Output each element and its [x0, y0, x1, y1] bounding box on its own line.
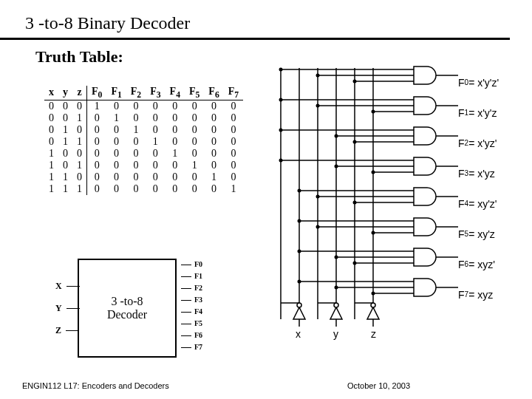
gate-output-label: F0 = x'y'z'	[458, 67, 499, 98]
svg-point-66	[353, 262, 357, 265]
truth-table-header-row: xyzF0F1F2F3F4F5F6F7	[44, 86, 243, 100]
truth-table-header: x	[44, 86, 58, 100]
truth-table-header: y	[58, 86, 72, 100]
svg-point-22	[316, 74, 320, 78]
gate-output-label: F7 = xyz	[458, 279, 499, 310]
block-output: F5	[181, 318, 202, 330]
table-row: 10000001000	[44, 148, 243, 160]
gate-output-label: F4 = xy'z'	[458, 188, 499, 219]
gate-output-label: F2 = x'yz'	[458, 128, 499, 158]
svg-point-7	[297, 303, 301, 307]
block-output: F1	[181, 270, 202, 282]
svg-point-71	[335, 286, 338, 290]
truth-table-header: F6	[204, 86, 223, 100]
svg-point-11	[334, 303, 338, 307]
svg-point-34	[279, 129, 283, 132]
svg-point-55	[298, 219, 301, 223]
decoder-block-inputs: XYZ	[55, 275, 80, 341]
truth-table-body: 0001000000000101000000010001000000110001…	[44, 100, 243, 195]
table-row: 00101000000	[44, 112, 243, 124]
input-y: y	[333, 328, 338, 340]
decoder-block-label: 3 -to-8 Decoder	[107, 295, 147, 321]
truth-table-header: F1	[106, 86, 126, 100]
table-row: 01100010000	[44, 136, 243, 148]
table-row: 10100000100	[44, 160, 243, 171]
svg-point-59	[372, 231, 375, 235]
block-output: F2	[181, 282, 202, 294]
block-input: Y	[55, 297, 80, 319]
table-row: 01000100000	[44, 124, 243, 136]
svg-point-57	[316, 225, 320, 229]
block-output: F6	[181, 330, 202, 341]
block-output: F7	[181, 341, 202, 353]
truth-table-header: F7	[224, 86, 243, 100]
gate-output-label: F6 = xyz'	[458, 249, 499, 279]
gate-output-labels: F0 = x'y'z'F1 = x'y'zF2 = x'yz'F3 = x'yz…	[458, 67, 499, 310]
svg-marker-6	[293, 307, 305, 319]
svg-point-20	[279, 68, 283, 72]
gate-output-label: F3 = x'yz	[458, 158, 499, 188]
svg-point-41	[279, 159, 283, 163]
circuit-input-labels: x y z	[296, 328, 376, 340]
svg-point-15	[371, 303, 375, 307]
block-output: F3	[181, 294, 202, 306]
block-input: Z	[55, 319, 80, 341]
truth-table-header: F2	[126, 86, 146, 100]
footer-right: October 10, 2003	[347, 381, 410, 390]
table-row: 11000000010	[44, 171, 243, 183]
svg-point-69	[298, 280, 301, 284]
decoder-block: 3 -to-8 Decoder	[78, 259, 177, 358]
svg-marker-14	[367, 307, 379, 319]
svg-point-48	[298, 189, 301, 193]
block-input: X	[55, 275, 80, 297]
svg-point-31	[372, 110, 375, 114]
truth-table-header: z	[72, 86, 87, 100]
svg-point-43	[335, 165, 338, 168]
gate-output-label: F5 = xy'z	[458, 219, 499, 249]
svg-point-29	[316, 104, 320, 108]
footer-left: ENGIN112 L17: Encoders and Decoders	[22, 381, 169, 390]
svg-point-52	[353, 201, 357, 205]
gate-output-label: F1 = x'y'z	[458, 98, 499, 128]
block-output: F0	[181, 259, 202, 270]
svg-point-45	[372, 171, 375, 174]
truth-table-header: F4	[166, 86, 185, 100]
input-z: z	[371, 328, 376, 340]
truth-table-header: F3	[146, 86, 165, 100]
truth-table: xyzF0F1F2F3F4F5F6F7 00010000000001010000…	[44, 86, 243, 195]
svg-point-50	[316, 195, 320, 199]
decoder-block-outputs: F0F1F2F3F4F5F6F7	[181, 259, 202, 353]
table-row: 11100000001	[44, 183, 243, 195]
svg-point-24	[353, 80, 357, 83]
svg-point-62	[298, 250, 301, 253]
input-x: x	[296, 328, 301, 340]
circuit-diagram	[259, 61, 466, 341]
truth-table-header: F5	[185, 86, 204, 100]
svg-point-38	[353, 140, 357, 144]
svg-point-27	[279, 98, 283, 102]
svg-point-73	[372, 292, 375, 296]
slide-title: 3 -to-8 Binary Decoder	[0, 0, 510, 40]
truth-table-header: F0	[87, 86, 107, 100]
svg-point-36	[335, 134, 338, 138]
svg-point-64	[335, 256, 338, 259]
block-output: F4	[181, 306, 202, 318]
svg-marker-10	[330, 307, 342, 319]
table-row: 00010000000	[44, 100, 243, 112]
